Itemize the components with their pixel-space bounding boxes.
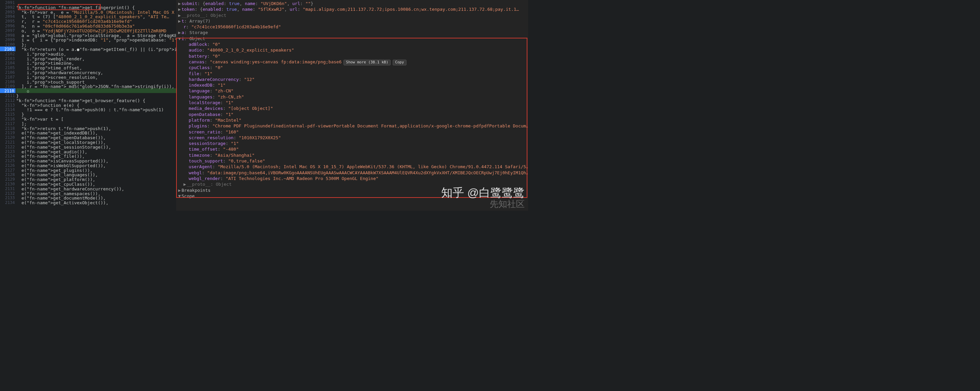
execution-highlight bbox=[16, 88, 176, 93]
scope-panel[interactable]: ▶submit: {enabled: true, name: "UVjDKO6n… bbox=[176, 0, 528, 211]
breakpoint-2101[interactable]: 2101 bbox=[0, 46, 16, 51]
prop-r: r: "c7c41cce1956860f1cd203a4b16e9efd" bbox=[178, 24, 526, 30]
code-area[interactable]: "k-fn">function "fn-name">get_fingerprin… bbox=[16, 0, 176, 204]
code-editor[interactable]: 2091209220932094209520962097209820992100… bbox=[0, 0, 176, 211]
watermark-xianzhi: 先知社区 bbox=[490, 198, 525, 210]
prop-token[interactable]: ▶token: {enabled: true, name: "SflKxwRJ"… bbox=[178, 6, 526, 12]
prop-proto[interactable]: ▶__proto__: Object bbox=[178, 13, 526, 18]
prop-a[interactable]: ▶a: Storage bbox=[178, 30, 526, 35]
prop-submit[interactable]: ▶submit: {enabled: true, name: "UVjDKO6n… bbox=[178, 1, 526, 6]
prop-t[interactable]: ▶t: Array(7) bbox=[178, 18, 526, 24]
line-gutter: 2091209220932094209520962097209820992100… bbox=[0, 0, 16, 204]
breakpoint-2110[interactable]: 2110 bbox=[0, 88, 16, 93]
annotation-box-i-object bbox=[176, 38, 527, 198]
annotation-box-fn-name bbox=[18, 4, 101, 10]
